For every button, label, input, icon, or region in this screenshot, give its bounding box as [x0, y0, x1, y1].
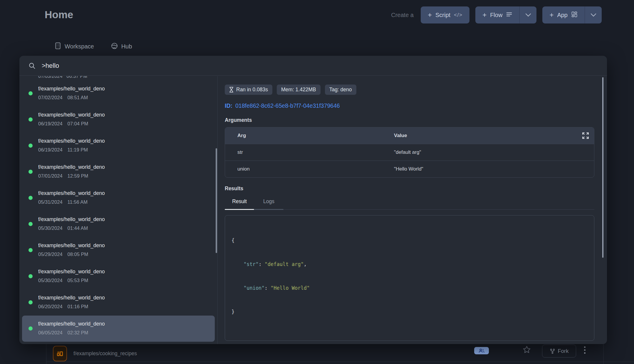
- run-list-item[interactable]: f/examples/hello_world_deno 06/19/202411…: [19, 133, 217, 159]
- bg-table-border: [603, 344, 604, 364]
- create-toolbar: Create a + Script </> + Flow: [391, 6, 602, 23]
- results-tabs: Result Logs: [225, 196, 594, 210]
- create-app-dropdown-button[interactable]: [585, 6, 602, 23]
- arguments-title: Arguments: [225, 117, 607, 123]
- star-icon[interactable]: [522, 345, 531, 355]
- expand-icon[interactable]: [582, 132, 589, 139]
- result-json-viewer: { "str": "default arg", "union": "Hello …: [225, 215, 594, 341]
- success-dot-icon: [28, 274, 33, 278]
- run-list-item[interactable]: f/examples/hello_world_deno 05/30/202401…: [19, 211, 217, 237]
- arguments-table: Arg Value str "def: [225, 127, 594, 178]
- run-list-scrollbar[interactable]: [216, 148, 217, 253]
- run-list-item[interactable]: f/examples/hello_world_deno 05/30/202405…: [19, 263, 217, 289]
- tag-badge: Tag: deno: [325, 85, 356, 95]
- column-arg: Arg: [225, 133, 394, 139]
- success-dot-icon: [28, 300, 33, 304]
- users-badge[interactable]: [474, 347, 489, 354]
- run-time: 02:32 PM: [68, 330, 88, 336]
- run-list-item[interactable]: f/examples/hello_world_deno 07/02/202408…: [19, 80, 217, 107]
- create-flow-label: Flow: [490, 12, 502, 18]
- run-time: 11:19 PM: [68, 147, 88, 153]
- create-script-button[interactable]: + Script </>: [421, 6, 469, 23]
- tab-result[interactable]: Result: [225, 196, 254, 205]
- command-palette-modal: 07/03/2024 06:37 PM f/examples/hello_wor…: [19, 56, 607, 344]
- page-title: Home: [45, 9, 73, 21]
- run-time: 01:44 AM: [68, 225, 88, 231]
- success-dot-icon: [28, 326, 33, 331]
- run-date: 05/30/2024: [38, 225, 63, 231]
- run-date: 06/20/2024: [38, 304, 63, 309]
- run-path: f/examples/hello_world_deno: [38, 216, 217, 223]
- run-date: 06/19/2024: [38, 121, 63, 127]
- run-list: 07/03/2024 06:37 PM f/examples/hello_wor…: [19, 76, 218, 344]
- run-time: 11:56 AM: [68, 199, 88, 205]
- tab-hub-label: Hub: [121, 43, 132, 50]
- create-flow-button[interactable]: + Flow: [475, 6, 519, 23]
- run-list-item[interactable]: f/examples/hello_world_deno 06/19/202407…: [19, 107, 217, 133]
- run-path: f/examples/hello_world_deno: [38, 295, 217, 301]
- create-script-group: + Script </>: [421, 6, 469, 23]
- search-input[interactable]: [42, 62, 598, 70]
- run-detail-panel: Ran in 0.083s Mem: 1.422MB Tag: deno ID:…: [218, 76, 607, 344]
- arg-value: "default arg": [394, 149, 421, 155]
- run-path: f/examples/hello_world_deno: [38, 242, 217, 249]
- flow-bars-icon: [506, 11, 512, 19]
- column-value: Value: [394, 133, 407, 139]
- hourglass-icon: [229, 87, 234, 92]
- run-item-clipped[interactable]: 07/03/2024 06:37 PM: [19, 76, 217, 80]
- run-list-item[interactable]: f/examples/hello_world_deno 05/29/202408…: [19, 237, 217, 263]
- create-app-label: App: [557, 12, 568, 18]
- run-time: 08:05 PM: [68, 252, 88, 257]
- run-time: 08:51 AM: [68, 95, 88, 100]
- json-line: "str": "default arg",: [232, 260, 588, 268]
- run-time: 12:59 PM: [68, 173, 88, 179]
- kebab-menu-icon[interactable]: [584, 346, 586, 354]
- create-app-group: + App: [542, 6, 602, 23]
- run-id-value[interactable]: 018fe862-8c62-65e8-b7f7-04e31f379646: [235, 102, 340, 109]
- run-id-row: ID: 018fe862-8c62-65e8-b7f7-04e31f379646: [225, 102, 607, 109]
- chevron-down-icon: [591, 13, 596, 17]
- json-line: "union": "Hello World": [232, 284, 588, 292]
- plus-icon: +: [482, 11, 487, 18]
- run-list-item[interactable]: f/examples/hello_world_deno 06/20/202401…: [19, 289, 217, 316]
- run-path: f/examples/hello_world_deno: [38, 321, 215, 327]
- run-date: 05/30/2024: [38, 278, 63, 283]
- run-path: f/examples/hello_world_deno: [38, 190, 217, 196]
- create-label: Create a: [391, 12, 414, 18]
- run-path: f/examples/hello_world_deno: [38, 269, 217, 275]
- arguments-table-header: Arg Value: [225, 127, 594, 144]
- create-app-button[interactable]: + App: [542, 6, 585, 23]
- create-flow-dropdown-button[interactable]: [519, 6, 536, 23]
- fork-icon: [550, 348, 555, 354]
- tab-hub[interactable]: Hub: [111, 43, 132, 51]
- fork-button[interactable]: Fork: [542, 345, 576, 358]
- tab-logs[interactable]: Logs: [254, 196, 284, 205]
- run-id-label: ID:: [225, 102, 232, 109]
- tab-workspace[interactable]: Workspace: [55, 42, 94, 51]
- search-bar: [19, 56, 607, 76]
- active-tab-underline: [225, 209, 254, 210]
- run-date: 05/29/2024: [38, 252, 63, 257]
- fork-label: Fork: [558, 348, 569, 354]
- run-date: 06/05/2024: [38, 330, 63, 336]
- success-dot-icon: [28, 222, 33, 226]
- detail-panel-scrollbar[interactable]: [602, 77, 603, 258]
- globe-icon: [111, 43, 118, 51]
- arg-name: str: [225, 149, 394, 155]
- create-flow-group: + Flow: [475, 6, 536, 23]
- run-list-item-selected[interactable]: f/examples/hello_world_deno 06/05/202402…: [22, 316, 215, 342]
- run-time: 05:53 PM: [68, 278, 88, 283]
- bg-table-border: [46, 344, 46, 364]
- run-date: 07/02/2024: [38, 95, 63, 100]
- modal-body: 07/03/2024 06:37 PM f/examples/hello_wor…: [19, 76, 607, 344]
- json-line: }: [232, 308, 588, 316]
- plus-icon: +: [428, 11, 432, 18]
- plus-icon: +: [549, 11, 554, 18]
- run-list-item[interactable]: f/examples/hello_world_deno 05/31/202411…: [19, 185, 217, 211]
- success-dot-icon: [28, 144, 33, 148]
- run-list-item[interactable]: f/examples/hello_world_deno 07/01/202412…: [19, 159, 217, 185]
- table-row: str "default arg": [225, 144, 594, 161]
- success-dot-icon: [28, 248, 33, 252]
- results-title: Results: [225, 186, 607, 192]
- background-item-path: f/examples/cooking_recipes: [73, 350, 137, 357]
